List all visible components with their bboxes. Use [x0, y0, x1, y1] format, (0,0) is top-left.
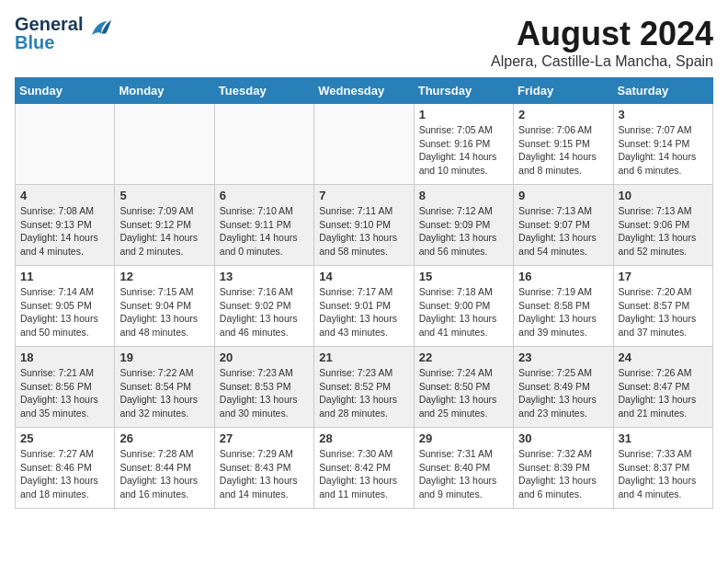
calendar-cell: 7Sunrise: 7:11 AMSunset: 9:10 PMDaylight…: [314, 185, 414, 266]
week-row-5: 25Sunrise: 7:27 AMSunset: 8:46 PMDayligh…: [16, 428, 713, 509]
logo-blue-text: Blue: [15, 33, 54, 52]
day-header-wednesday: Wednesday: [314, 78, 414, 104]
cell-content: Sunrise: 7:28 AMSunset: 8:44 PMDaylight:…: [119, 447, 209, 501]
cell-content: Sunrise: 7:11 AMSunset: 9:10 PMDaylight:…: [319, 204, 408, 259]
day-number: 1: [419, 108, 508, 121]
calendar-cell: [214, 104, 313, 185]
cell-content: Sunrise: 7:25 AMSunset: 8:49 PMDaylight:…: [518, 366, 608, 420]
day-number: 8: [419, 189, 508, 202]
day-number: 30: [518, 431, 608, 445]
logo-bird-icon: [86, 16, 114, 47]
location-subtitle: Alpera, Castille-La Mancha, Spain: [491, 53, 713, 70]
calendar-cell: 30Sunrise: 7:32 AMSunset: 8:39 PMDayligh…: [514, 428, 613, 509]
title-area: August 2024 Alpera, Castille-La Mancha, …: [491, 15, 713, 70]
logo-general-text: General: [15, 15, 83, 33]
day-number: 23: [518, 350, 608, 364]
calendar-cell: 5Sunrise: 7:09 AMSunset: 9:12 PMDaylight…: [115, 185, 214, 266]
calendar-cell: 8Sunrise: 7:12 AMSunset: 9:09 PMDaylight…: [414, 185, 513, 266]
cell-content: Sunrise: 7:10 AMSunset: 9:11 PMDaylight:…: [220, 204, 309, 259]
calendar-cell: 27Sunrise: 7:29 AMSunset: 8:43 PMDayligh…: [214, 428, 313, 509]
day-header-monday: Monday: [115, 78, 214, 104]
day-number: 21: [319, 350, 408, 364]
calendar-cell: 6Sunrise: 7:10 AMSunset: 9:11 PMDaylight…: [214, 185, 313, 266]
week-row-1: 1Sunrise: 7:05 AMSunset: 9:16 PMDaylight…: [16, 104, 713, 185]
calendar-cell: 1Sunrise: 7:05 AMSunset: 9:16 PMDaylight…: [414, 104, 513, 185]
cell-content: Sunrise: 7:09 AMSunset: 9:12 PMDaylight:…: [119, 204, 209, 259]
day-number: 24: [619, 350, 708, 364]
cell-content: Sunrise: 7:30 AMSunset: 8:42 PMDaylight:…: [319, 447, 408, 501]
day-number: 2: [518, 108, 608, 121]
day-header-saturday: Saturday: [613, 78, 712, 104]
calendar-cell: 19Sunrise: 7:22 AMSunset: 8:54 PMDayligh…: [115, 347, 214, 428]
cell-content: Sunrise: 7:23 AMSunset: 8:52 PMDaylight:…: [319, 366, 408, 420]
calendar-cell: 3Sunrise: 7:07 AMSunset: 9:14 PMDaylight…: [613, 104, 712, 185]
cell-content: Sunrise: 7:13 AMSunset: 9:07 PMDaylight:…: [518, 204, 608, 259]
day-number: 20: [220, 350, 309, 364]
calendar-cell: 18Sunrise: 7:21 AMSunset: 8:56 PMDayligh…: [16, 347, 115, 428]
cell-content: Sunrise: 7:26 AMSunset: 8:47 PMDaylight:…: [619, 366, 708, 420]
day-number: 9: [518, 189, 608, 202]
cell-content: Sunrise: 7:27 AMSunset: 8:46 PMDaylight:…: [20, 447, 109, 501]
cell-content: Sunrise: 7:24 AMSunset: 8:50 PMDaylight:…: [419, 366, 508, 420]
calendar-cell: 16Sunrise: 7:19 AMSunset: 8:58 PMDayligh…: [514, 266, 613, 347]
day-number: 28: [319, 431, 408, 445]
cell-content: Sunrise: 7:22 AMSunset: 8:54 PMDaylight:…: [119, 366, 209, 420]
calendar-cell: 20Sunrise: 7:23 AMSunset: 8:53 PMDayligh…: [214, 347, 313, 428]
cell-content: Sunrise: 7:31 AMSunset: 8:40 PMDaylight:…: [419, 447, 508, 501]
cell-content: Sunrise: 7:32 AMSunset: 8:39 PMDaylight:…: [518, 447, 608, 501]
cell-content: Sunrise: 7:12 AMSunset: 9:09 PMDaylight:…: [419, 204, 508, 259]
header-area: General Blue August 2024 Alpera, Castill…: [15, 15, 713, 70]
calendar-cell: 24Sunrise: 7:26 AMSunset: 8:47 PMDayligh…: [613, 347, 712, 428]
calendar-cell: 23Sunrise: 7:25 AMSunset: 8:49 PMDayligh…: [514, 347, 613, 428]
week-row-3: 11Sunrise: 7:14 AMSunset: 9:05 PMDayligh…: [16, 266, 713, 347]
day-number: 25: [20, 431, 109, 445]
calendar-cell: 10Sunrise: 7:13 AMSunset: 9:06 PMDayligh…: [613, 185, 712, 266]
calendar-cell: 21Sunrise: 7:23 AMSunset: 8:52 PMDayligh…: [314, 347, 414, 428]
month-year-title: August 2024: [491, 15, 713, 53]
week-row-4: 18Sunrise: 7:21 AMSunset: 8:56 PMDayligh…: [16, 347, 713, 428]
day-number: 4: [20, 189, 109, 202]
day-number: 13: [220, 270, 309, 283]
calendar-cell: 25Sunrise: 7:27 AMSunset: 8:46 PMDayligh…: [16, 428, 115, 509]
calendar-cell: 11Sunrise: 7:14 AMSunset: 9:05 PMDayligh…: [16, 266, 115, 347]
calendar-cell: 15Sunrise: 7:18 AMSunset: 9:00 PMDayligh…: [414, 266, 513, 347]
calendar-cell: 28Sunrise: 7:30 AMSunset: 8:42 PMDayligh…: [314, 428, 414, 509]
day-number: 27: [220, 431, 309, 445]
calendar-cell: 4Sunrise: 7:08 AMSunset: 9:13 PMDaylight…: [16, 185, 115, 266]
cell-content: Sunrise: 7:23 AMSunset: 8:53 PMDaylight:…: [220, 366, 309, 420]
calendar-cell: 22Sunrise: 7:24 AMSunset: 8:50 PMDayligh…: [414, 347, 513, 428]
day-number: 6: [220, 189, 309, 202]
cell-content: Sunrise: 7:29 AMSunset: 8:43 PMDaylight:…: [220, 447, 309, 501]
day-number: 7: [319, 189, 408, 202]
logo: General Blue: [15, 15, 114, 52]
cell-content: Sunrise: 7:15 AMSunset: 9:04 PMDaylight:…: [119, 285, 209, 339]
day-number: 10: [619, 189, 708, 202]
cell-content: Sunrise: 7:21 AMSunset: 8:56 PMDaylight:…: [20, 366, 109, 420]
calendar-cell: 9Sunrise: 7:13 AMSunset: 9:07 PMDaylight…: [514, 185, 613, 266]
calendar-cell: 13Sunrise: 7:16 AMSunset: 9:02 PMDayligh…: [214, 266, 313, 347]
cell-content: Sunrise: 7:19 AMSunset: 8:58 PMDaylight:…: [518, 285, 608, 339]
day-number: 15: [419, 270, 508, 283]
day-number: 19: [119, 350, 209, 364]
day-number: 12: [119, 270, 209, 283]
cell-content: Sunrise: 7:07 AMSunset: 9:14 PMDaylight:…: [619, 123, 708, 178]
day-header-tuesday: Tuesday: [214, 78, 313, 104]
day-number: 11: [20, 270, 109, 283]
day-header-sunday: Sunday: [16, 78, 115, 104]
calendar-cell: 12Sunrise: 7:15 AMSunset: 9:04 PMDayligh…: [115, 266, 214, 347]
week-row-2: 4Sunrise: 7:08 AMSunset: 9:13 PMDaylight…: [16, 185, 713, 266]
days-header-row: SundayMondayTuesdayWednesdayThursdayFrid…: [16, 78, 713, 104]
cell-content: Sunrise: 7:14 AMSunset: 9:05 PMDaylight:…: [20, 285, 109, 339]
calendar-cell: [115, 104, 214, 185]
calendar-cell: 29Sunrise: 7:31 AMSunset: 8:40 PMDayligh…: [414, 428, 513, 509]
calendar-cell: 31Sunrise: 7:33 AMSunset: 8:37 PMDayligh…: [613, 428, 712, 509]
day-number: 16: [518, 270, 608, 283]
calendar-table: SundayMondayTuesdayWednesdayThursdayFrid…: [15, 77, 713, 509]
day-number: 29: [419, 431, 508, 445]
day-number: 14: [319, 270, 408, 283]
cell-content: Sunrise: 7:20 AMSunset: 8:57 PMDaylight:…: [619, 285, 708, 339]
calendar-cell: [314, 104, 414, 185]
cell-content: Sunrise: 7:16 AMSunset: 9:02 PMDaylight:…: [220, 285, 309, 339]
day-number: 26: [119, 431, 209, 445]
day-header-thursday: Thursday: [414, 78, 513, 104]
